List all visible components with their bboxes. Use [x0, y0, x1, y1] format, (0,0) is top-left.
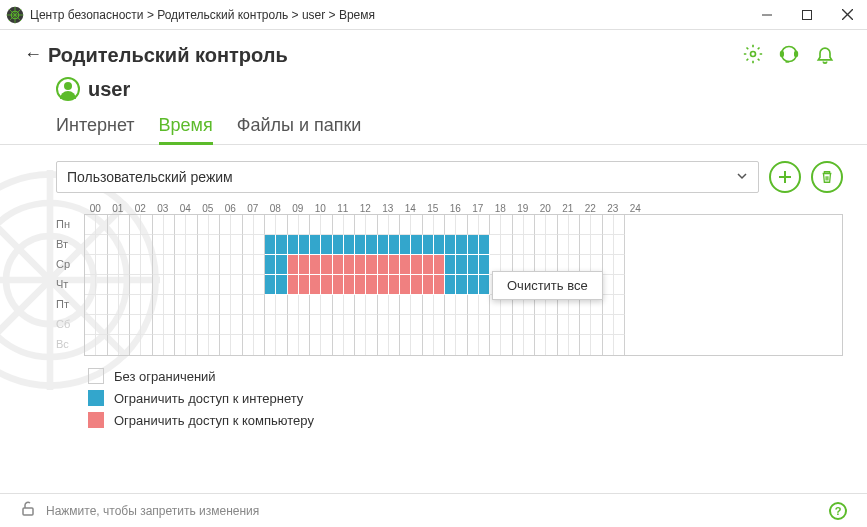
schedule-cell[interactable] — [164, 235, 175, 255]
lock-icon[interactable] — [20, 501, 36, 520]
schedule-cell[interactable] — [141, 335, 152, 355]
schedule-cell[interactable] — [243, 235, 254, 255]
schedule-cell[interactable] — [355, 215, 366, 235]
tab-Время[interactable]: Время — [159, 115, 213, 144]
schedule-cell[interactable] — [434, 275, 445, 295]
schedule-cell[interactable] — [209, 235, 220, 255]
schedule-cell[interactable] — [591, 235, 602, 255]
schedule-cell[interactable] — [333, 335, 344, 355]
schedule-cell[interactable] — [411, 295, 422, 315]
schedule-cell[interactable] — [321, 275, 332, 295]
schedule-cell[interactable] — [468, 255, 479, 275]
schedule-cell[interactable] — [96, 215, 107, 235]
schedule-cell[interactable] — [265, 235, 276, 255]
schedule-cell[interactable] — [209, 335, 220, 355]
schedule-cell[interactable] — [96, 275, 107, 295]
schedule-cell[interactable] — [96, 335, 107, 355]
schedule-cell[interactable] — [310, 335, 321, 355]
schedule-cell[interactable] — [265, 315, 276, 335]
schedule-cell[interactable] — [276, 255, 287, 275]
schedule-cell[interactable] — [141, 295, 152, 315]
schedule-cell[interactable] — [186, 275, 197, 295]
schedule-cell[interactable] — [366, 295, 377, 315]
schedule-cell[interactable] — [333, 275, 344, 295]
schedule-cell[interactable] — [276, 295, 287, 315]
schedule-cell[interactable] — [243, 255, 254, 275]
schedule-cell[interactable] — [119, 275, 130, 295]
schedule-cell[interactable] — [96, 235, 107, 255]
schedule-cell[interactable] — [265, 275, 276, 295]
schedule-cell[interactable] — [175, 255, 186, 275]
schedule-cell[interactable] — [85, 255, 96, 275]
schedule-cell[interactable] — [198, 275, 209, 295]
schedule-cell[interactable] — [243, 335, 254, 355]
schedule-cell[interactable] — [389, 335, 400, 355]
schedule-cell[interactable] — [108, 295, 119, 315]
schedule-cell[interactable] — [220, 215, 231, 235]
schedule-cell[interactable] — [400, 275, 411, 295]
schedule-cell[interactable] — [130, 295, 141, 315]
schedule-cell[interactable] — [580, 235, 591, 255]
schedule-cell[interactable] — [580, 335, 591, 355]
schedule-cell[interactable] — [434, 335, 445, 355]
schedule-cell[interactable] — [445, 235, 456, 255]
schedule-cell[interactable] — [378, 235, 389, 255]
schedule-cell[interactable] — [299, 255, 310, 275]
schedule-cell[interactable] — [456, 275, 467, 295]
schedule-cell[interactable] — [546, 235, 557, 255]
schedule-cell[interactable] — [85, 315, 96, 335]
schedule-cell[interactable] — [186, 255, 197, 275]
add-button[interactable] — [769, 161, 801, 193]
schedule-cell[interactable] — [513, 335, 524, 355]
schedule-cell[interactable] — [310, 235, 321, 255]
bell-icon[interactable] — [815, 44, 835, 67]
schedule-cell[interactable] — [603, 215, 614, 235]
schedule-cell[interactable] — [164, 275, 175, 295]
schedule-cell[interactable] — [513, 315, 524, 335]
schedule-cell[interactable] — [423, 295, 434, 315]
schedule-cell[interactable] — [231, 315, 242, 335]
schedule-cell[interactable] — [321, 295, 332, 315]
schedule-cell[interactable] — [108, 235, 119, 255]
schedule-cell[interactable] — [276, 275, 287, 295]
schedule-cell[interactable] — [276, 235, 287, 255]
schedule-cell[interactable] — [108, 215, 119, 235]
schedule-cell[interactable] — [445, 215, 456, 235]
schedule-cell[interactable] — [546, 215, 557, 235]
schedule-cell[interactable] — [85, 295, 96, 315]
schedule-cell[interactable] — [220, 235, 231, 255]
schedule-cell[interactable] — [490, 215, 501, 235]
schedule-cell[interactable] — [366, 235, 377, 255]
schedule-cell[interactable] — [198, 235, 209, 255]
schedule-cell[interactable] — [614, 335, 625, 355]
schedule-cell[interactable] — [389, 235, 400, 255]
schedule-cell[interactable] — [96, 255, 107, 275]
support-icon[interactable] — [779, 44, 799, 67]
schedule-cell[interactable] — [220, 295, 231, 315]
schedule-cell[interactable] — [209, 315, 220, 335]
schedule-cell[interactable] — [119, 335, 130, 355]
schedule-cell[interactable] — [468, 275, 479, 295]
schedule-cell[interactable] — [434, 215, 445, 235]
schedule-cell[interactable] — [175, 315, 186, 335]
schedule-cell[interactable] — [153, 295, 164, 315]
tab-Интернет[interactable]: Интернет — [56, 115, 135, 144]
schedule-cell[interactable] — [141, 275, 152, 295]
schedule-cell[interactable] — [153, 275, 164, 295]
schedule-cell[interactable] — [423, 255, 434, 275]
schedule-cell[interactable] — [220, 335, 231, 355]
schedule-cell[interactable] — [299, 295, 310, 315]
schedule-cell[interactable] — [580, 315, 591, 335]
schedule-cell[interactable] — [366, 335, 377, 355]
schedule-row[interactable] — [85, 215, 842, 235]
schedule-cell[interactable] — [558, 335, 569, 355]
schedule-cell[interactable] — [468, 295, 479, 315]
schedule-cell[interactable] — [119, 315, 130, 335]
schedule-cell[interactable] — [108, 335, 119, 355]
schedule-cell[interactable] — [164, 255, 175, 275]
schedule-cell[interactable] — [479, 215, 490, 235]
schedule-cell[interactable] — [513, 215, 524, 235]
schedule-cell[interactable] — [411, 235, 422, 255]
schedule-cell[interactable] — [254, 295, 265, 315]
schedule-cell[interactable] — [288, 295, 299, 315]
